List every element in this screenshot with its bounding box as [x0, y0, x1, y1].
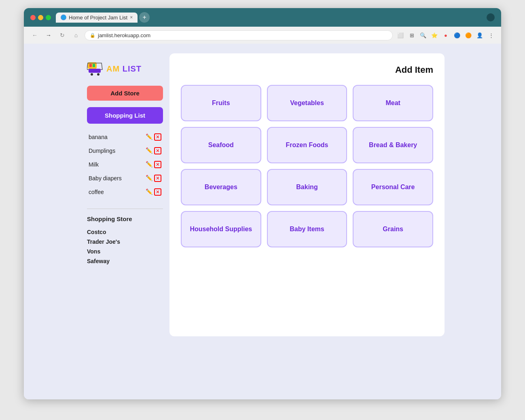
store-list-item[interactable]: Trader Joe's [87, 237, 163, 247]
list-item-actions: ✏️ ✕ [146, 188, 161, 196]
edit-icon[interactable]: ✏️ [146, 175, 152, 182]
list-item: Baby diapers ✏️ ✕ [87, 171, 163, 185]
edit-icon[interactable]: ✏️ [146, 161, 152, 168]
list-item-actions: ✏️ ✕ [146, 133, 161, 141]
category-label: Meat [385, 99, 400, 108]
category-card[interactable]: Fruits [181, 85, 261, 121]
category-card[interactable]: Seafood [181, 127, 261, 163]
delete-icon[interactable]: ✕ [154, 188, 161, 196]
category-card[interactable]: Household Supplies [181, 211, 261, 247]
list-item: Milk ✏️ ✕ [87, 158, 163, 171]
main-content: Add Item FruitsVegetablesMeatSeafoodFroz… [169, 53, 445, 336]
category-label: Frozen Foods [286, 141, 328, 150]
svg-rect-2 [93, 64, 95, 67]
delete-icon[interactable]: ✕ [154, 161, 161, 168]
categories-grid: FruitsVegetablesMeatSeafoodFrozen FoodsB… [181, 85, 433, 247]
category-card[interactable]: Beverages [181, 169, 261, 205]
list-item-actions: ✏️ ✕ [146, 161, 161, 168]
zoom-icon[interactable]: 🔍 [419, 31, 428, 40]
logo-text: AM LIST [106, 64, 142, 74]
bookmark-star-icon[interactable]: ⭐ [430, 31, 439, 40]
list-item-name: banana [89, 134, 146, 140]
reload-button[interactable]: ↻ [57, 30, 68, 40]
category-label: Seafood [208, 141, 234, 150]
list-item-name: Baby diapers [89, 175, 146, 182]
category-label: Household Supplies [190, 225, 252, 234]
browser-content: AM LIST Add Store Shopping List banana ✏… [24, 44, 501, 399]
app-container: AM LIST Add Store Shopping List banana ✏… [80, 53, 445, 336]
lock-icon: 🔒 [90, 33, 95, 38]
category-card[interactable]: Baking [267, 169, 347, 205]
maximize-button[interactable] [46, 15, 51, 20]
profile-icon2[interactable]: 🟠 [464, 31, 473, 40]
address-bar[interactable]: 🔒 jamlist.herokuapp.com [85, 30, 393, 40]
shopping-store-header: Shopping Store [87, 215, 163, 222]
tab-title: Home of Project Jam List [69, 15, 127, 21]
traffic-lights [30, 15, 51, 20]
tab-favicon: 🌐 [61, 15, 66, 20]
add-store-button[interactable]: Add Store [87, 86, 163, 101]
svg-rect-3 [89, 69, 101, 73]
category-card[interactable]: Frozen Foods [267, 127, 347, 163]
svg-point-4 [91, 73, 93, 76]
sidebar-divider [87, 209, 163, 209]
svg-point-5 [97, 73, 99, 76]
store-list-item[interactable]: Costco [87, 227, 163, 237]
edit-icon[interactable]: ✏️ [146, 133, 152, 141]
back-button[interactable]: ← [30, 30, 40, 40]
category-card[interactable]: Vegetables [267, 85, 347, 121]
add-item-title: Add Item [181, 65, 433, 75]
store-list-item[interactable]: Vons [87, 247, 163, 256]
toolbar-actions: ⬜ ⊞ 🔍 ⭐ ● 🔵 🟠 👤 ⋮ [396, 31, 495, 40]
category-label: Beverages [205, 183, 237, 192]
category-label: Baking [296, 183, 318, 192]
cart-logo-icon [87, 61, 103, 76]
new-tab-button[interactable]: + [139, 12, 150, 23]
tab-close-icon[interactable]: × [130, 15, 133, 20]
logo-list: LIST [120, 64, 142, 73]
list-item-name: coffee [89, 189, 146, 195]
browser-toolbar: ← → ↻ ⌂ 🔒 jamlist.herokuapp.com ⬜ ⊞ 🔍 ⭐ … [24, 27, 501, 44]
category-card[interactable]: Grains [353, 211, 433, 247]
logo-area: AM LIST [87, 61, 163, 76]
category-label: Fruits [212, 99, 230, 108]
person-icon[interactable]: 👤 [475, 31, 484, 40]
delete-icon[interactable]: ✕ [154, 147, 161, 154]
browser-titlebar: 🌐 Home of Project Jam List × + [24, 8, 501, 27]
shopping-list-items: banana ✏️ ✕ Dumplings ✏️ ✕ Milk ✏️ ✕ Bab… [87, 130, 163, 199]
store-list: CostcoTrader Joe'sVonsSafeway [87, 227, 163, 266]
category-card[interactable]: Baby Items [267, 211, 347, 247]
delete-icon[interactable]: ✕ [154, 133, 161, 141]
home-button[interactable]: ⌂ [71, 30, 81, 40]
category-card[interactable]: Personal Care [353, 169, 433, 205]
category-label: Grains [383, 225, 403, 234]
active-tab[interactable]: 🌐 Home of Project Jam List × [56, 13, 138, 23]
colors-icon[interactable]: ● [441, 31, 450, 40]
forward-button[interactable]: → [43, 30, 54, 40]
delete-icon[interactable]: ✕ [154, 175, 161, 182]
svg-rect-1 [89, 64, 92, 67]
tab-bar: 🌐 Home of Project Jam List × + [56, 12, 482, 23]
category-label: Vegetables [290, 99, 324, 108]
screen-icon[interactable]: ⬜ [396, 31, 405, 40]
category-card[interactable]: Bread & Bakery [353, 127, 433, 163]
browser-window: 🌐 Home of Project Jam List × + ← → ↻ ⌂ 🔒… [24, 8, 501, 399]
edit-icon[interactable]: ✏️ [146, 147, 152, 154]
edit-icon[interactable]: ✏️ [146, 188, 152, 196]
category-card[interactable]: Meat [353, 85, 433, 121]
category-label: Baby Items [290, 225, 324, 234]
close-button[interactable] [30, 15, 36, 20]
grid-icon[interactable]: ⊞ [407, 31, 416, 40]
list-item-name: Milk [89, 161, 146, 168]
more-icon[interactable]: ⋮ [487, 31, 495, 40]
list-item-name: Dumplings [89, 148, 146, 154]
list-item-actions: ✏️ ✕ [146, 175, 161, 182]
category-label: Personal Care [371, 183, 415, 192]
list-item: Dumplings ✏️ ✕ [87, 144, 163, 158]
list-item: coffee ✏️ ✕ [87, 185, 163, 199]
minimize-button[interactable] [38, 15, 43, 20]
shopping-list-header[interactable]: Shopping List [87, 107, 163, 124]
logo-am: AM [106, 64, 120, 73]
extensions-icon[interactable]: 🔵 [453, 31, 461, 40]
store-list-item[interactable]: Safeway [87, 256, 163, 266]
